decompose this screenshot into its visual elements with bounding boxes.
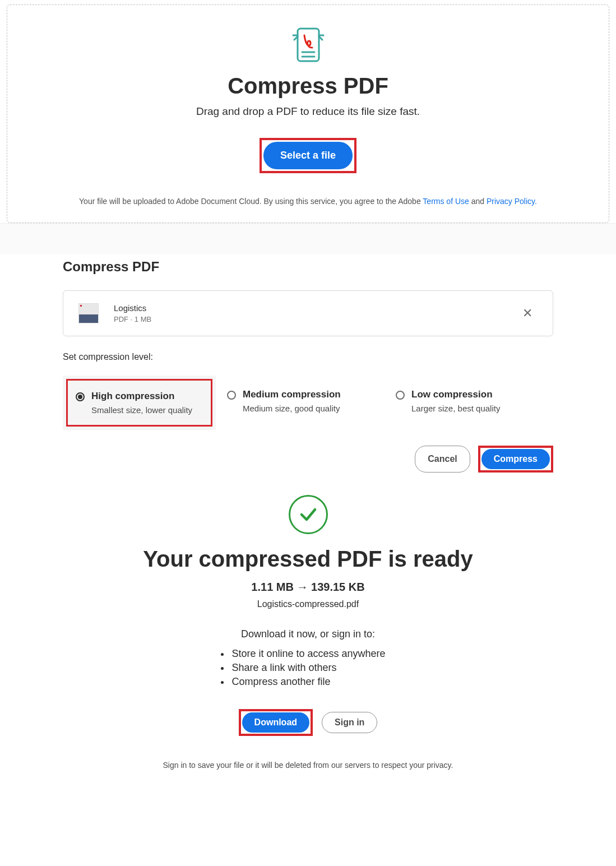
privacy-policy-link[interactable]: Privacy Policy. <box>487 197 537 206</box>
download-button[interactable]: Download <box>242 712 309 733</box>
compress-pdf-icon <box>18 27 598 62</box>
option-title: High compression <box>91 391 192 402</box>
result-filename: Logistics-compressed.pdf <box>34 599 582 609</box>
radio-icon <box>76 392 85 401</box>
compression-level-label: Set compression level: <box>63 352 553 362</box>
list-item: Share a link with others <box>230 662 385 674</box>
legal-and: and <box>469 197 487 206</box>
option-desc: Smallest size, lower quality <box>91 405 192 415</box>
list-item: Store it online to access anywhere <box>230 648 385 660</box>
radio-icon <box>227 391 236 400</box>
legal-prefix: Your file will be uploaded to Adobe Docu… <box>79 197 423 206</box>
dropzone-title: Compress PDF <box>18 73 598 99</box>
radio-icon <box>396 391 405 400</box>
success-check-icon <box>289 495 328 534</box>
sign-in-button[interactable]: Sign in <box>322 712 377 733</box>
section-divider <box>0 223 616 254</box>
result-heading: Your compressed PDF is ready <box>34 547 582 572</box>
download-button-highlight: Download <box>239 709 313 736</box>
remove-file-button[interactable]: ✕ <box>518 304 537 323</box>
compress-button-highlight: Compress <box>478 446 553 473</box>
benefit-list: Store it online to access anywhere Share… <box>230 646 385 690</box>
size-reduction: 1.11 MB → 139.15 KB <box>34 581 582 594</box>
file-meta: PDF · 1 MB <box>114 315 151 323</box>
option-desc: Medium size, good quality <box>243 404 341 413</box>
option-title: Low compression <box>411 389 500 400</box>
cancel-button[interactable]: Cancel <box>415 446 470 473</box>
download-prompt: Download it now, or sign in to: <box>34 628 582 640</box>
result-actions: Download Sign in <box>34 709 582 736</box>
option-high-compression[interactable]: High compression Smallest size, lower qu… <box>63 376 216 430</box>
dropzone-panel[interactable]: Compress PDF Drag and drop a PDF to redu… <box>7 4 609 223</box>
compress-button[interactable]: Compress <box>481 449 550 469</box>
dropzone-subtitle: Drag and drop a PDF to reduce its file s… <box>18 105 598 118</box>
result-panel: Your compressed PDF is ready 1.11 MB → 1… <box>0 495 616 803</box>
file-name: Logistics <box>114 303 151 313</box>
settings-panel: Compress PDF Logistics PDF · 1 MB ✕ Set … <box>0 254 616 473</box>
legal-text: Your file will be uploaded to Adobe Docu… <box>18 197 598 206</box>
list-item: Compress another file <box>230 676 385 688</box>
select-file-button[interactable]: Select a file <box>263 142 353 169</box>
privacy-note: Sign in to save your file or it will be … <box>34 761 582 770</box>
settings-heading: Compress PDF <box>63 254 553 275</box>
file-thumbnail <box>79 304 98 323</box>
terms-of-use-link[interactable]: Terms of Use <box>423 197 469 206</box>
option-desc: Larger size, best quality <box>411 404 500 413</box>
settings-actions: Cancel Compress <box>63 446 553 473</box>
option-low-compression[interactable]: Low compression Larger size, best qualit… <box>385 376 553 430</box>
option-title: Medium compression <box>243 389 341 400</box>
option-medium-compression[interactable]: Medium compression Medium size, good qua… <box>216 376 385 430</box>
file-card: Logistics PDF · 1 MB ✕ <box>63 290 553 336</box>
compression-options: High compression Smallest size, lower qu… <box>63 376 553 430</box>
select-file-highlight: Select a file <box>260 138 356 173</box>
